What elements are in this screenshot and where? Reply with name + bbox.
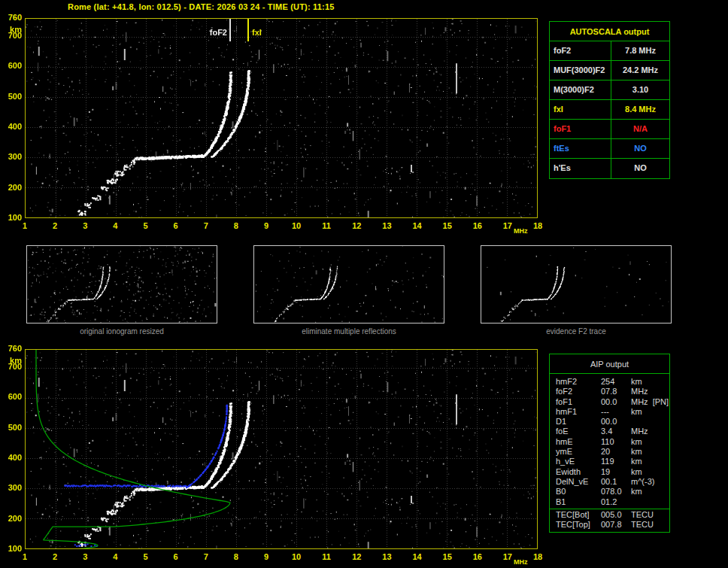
aip-row-unit: km xyxy=(631,447,669,457)
x-tick-label: 7 xyxy=(198,552,214,561)
x-tick-label: 9 xyxy=(258,221,275,230)
aip-row-unit xyxy=(631,497,669,507)
x-tick-label: 5 xyxy=(137,221,153,230)
aip-row-value: 254 xyxy=(601,377,631,387)
aip-row-unit: MHz xyxy=(631,387,669,396)
aip-row-label: B0 xyxy=(556,487,601,497)
x-tick-label: 10 xyxy=(288,552,305,561)
aip-row-unit: km xyxy=(631,457,669,466)
autoscala-row-6: h'EsNO xyxy=(550,159,669,178)
x-tick-label: 18 xyxy=(529,221,546,230)
x-axis-unit: MHz xyxy=(514,226,528,235)
autoscala-table-title: AUTOSCALA output xyxy=(550,22,669,41)
thumbnail-caption: evidence F2 trace xyxy=(481,327,672,336)
thumbnail-canvas-0 xyxy=(27,246,217,323)
x-tick-label: 5 xyxy=(137,552,153,561)
aip-row-value: --- xyxy=(601,407,631,417)
marker-line-fxI xyxy=(247,19,249,41)
aip-row-11: B0078.0km xyxy=(556,487,669,497)
aip-row-12: B101.2 xyxy=(556,497,669,507)
aip-row-value: 20 xyxy=(601,447,631,457)
header-title: Rome (lat: +41.8, lon: 012.5) - DATE: 20… xyxy=(68,2,335,11)
aip-row-8: h_vE119km xyxy=(556,457,669,466)
aip-row-label: foE xyxy=(556,427,601,436)
aip-row-6: hmE110km xyxy=(556,437,669,447)
y-tick-label: 500 xyxy=(2,423,22,432)
aip-row-label: B1 xyxy=(556,497,601,507)
x-tick-label: 10 xyxy=(288,221,305,230)
autoscala-row-label: M(3000)F2 xyxy=(550,80,611,99)
x-tick-label: 3 xyxy=(77,221,93,230)
aip-row-2: foF100.0MHz [PN] xyxy=(556,397,669,407)
aip-row-unit: TECU xyxy=(631,520,669,530)
aip-row-14: TEC[Top]007.8TECU xyxy=(556,520,669,530)
autoscala-row-1: MUF(3000)F224.2 MHz xyxy=(550,61,669,80)
aip-row-value: 119 xyxy=(601,457,631,466)
thumbnail-image-0 xyxy=(26,245,217,323)
aip-row-value: 005.0 xyxy=(601,510,631,520)
x-tick-label: 13 xyxy=(378,552,395,561)
aip-row-value: 00.1 xyxy=(601,477,631,487)
x-tick-label: 15 xyxy=(439,552,456,561)
aip-row-unit: km xyxy=(631,487,669,497)
aip-separator xyxy=(550,509,669,509)
x-tick-label: 4 xyxy=(107,221,123,230)
x-tick-label: 12 xyxy=(348,221,365,230)
x-tick-label: 7 xyxy=(198,221,214,230)
y-tick-label: 300 xyxy=(2,152,22,161)
aip-table-rows: hmF2254kmfoF207.8MHzfoF100.0MHz [PN]hmF1… xyxy=(550,374,669,532)
aip-row-unit: km xyxy=(631,377,669,387)
x-tick-label: 16 xyxy=(469,221,486,230)
x-tick-label: 15 xyxy=(439,221,456,230)
aip-row-value: 110 xyxy=(601,437,631,447)
x-tick-label: 6 xyxy=(168,552,184,561)
aip-output-table: AIP output hmF2254kmfoF207.8MHzfoF100.0M… xyxy=(549,354,670,533)
y-tick-label: 500 xyxy=(2,92,22,101)
marker-line-foF2 xyxy=(229,19,231,41)
x-tick-label: 2 xyxy=(47,221,63,230)
aip-row-unit: km xyxy=(631,437,669,447)
autoscala-row-label: foF1 xyxy=(550,120,611,138)
aip-row-value: 00.0 xyxy=(601,417,631,427)
x-tick-label: 8 xyxy=(228,552,244,561)
x-tick-label: 1 xyxy=(17,221,33,230)
autoscala-row-label: MUF(3000)F2 xyxy=(550,61,611,80)
aip-table-title: AIP output xyxy=(550,354,669,374)
x-tick-label: 14 xyxy=(409,221,426,230)
aip-row-0: hmF2254km xyxy=(556,377,669,387)
y-tick-label: 760 xyxy=(2,344,22,353)
y-tick-label: 200 xyxy=(2,514,22,523)
thumbnail-canvas-1 xyxy=(254,246,444,323)
x-tick-label: 1 xyxy=(17,552,33,561)
x-tick-label: 12 xyxy=(348,552,365,561)
aip-row-13: TEC[Bot]005.0TECU xyxy=(556,510,669,520)
aip-row-label: TEC[Bot] xyxy=(556,510,601,520)
aip-row-unit: TECU xyxy=(631,510,669,520)
thumbnail-image-1 xyxy=(253,245,444,323)
autoscala-row-label: ftEs xyxy=(550,139,611,158)
aip-row-10: DelN_vE00.1m^(-3) xyxy=(556,477,669,487)
aip-row-unit: MHz xyxy=(631,427,669,436)
y-tick-label: 600 xyxy=(2,392,22,401)
autoscala-row-5: ftEsNO xyxy=(550,139,669,159)
aip-row-1: foF207.8MHz xyxy=(556,387,669,396)
x-tick-label: 18 xyxy=(529,552,546,561)
aip-row-value: 00.0 xyxy=(601,397,631,407)
autoscala-row-4: foF1N/A xyxy=(550,120,669,139)
top-ionogram-plot: foF2fxI xyxy=(25,18,538,218)
aip-row-7: ymE20km xyxy=(556,447,669,457)
aip-row-unit: km xyxy=(631,407,669,417)
y-tick-label: 760 xyxy=(2,13,22,22)
aip-row-label: hmE xyxy=(556,437,601,447)
aip-row-3: hmF1---km xyxy=(556,407,669,417)
autoscala-row-2: M(3000)F23.10 xyxy=(550,80,669,100)
aip-row-label: TEC[Top] xyxy=(556,520,601,530)
x-tick-label: 2 xyxy=(47,552,63,561)
autoscala-row-label: h'Es xyxy=(550,159,611,178)
top-ionogram-canvas xyxy=(26,19,537,217)
y-axis-unit: km xyxy=(2,25,22,34)
x-axis-unit: MHz xyxy=(514,557,528,566)
bottom-ionogram-plot xyxy=(25,349,538,549)
aip-row-4: D100.0 xyxy=(556,417,669,427)
thumbnail-0: original ionogram resized xyxy=(26,245,217,336)
